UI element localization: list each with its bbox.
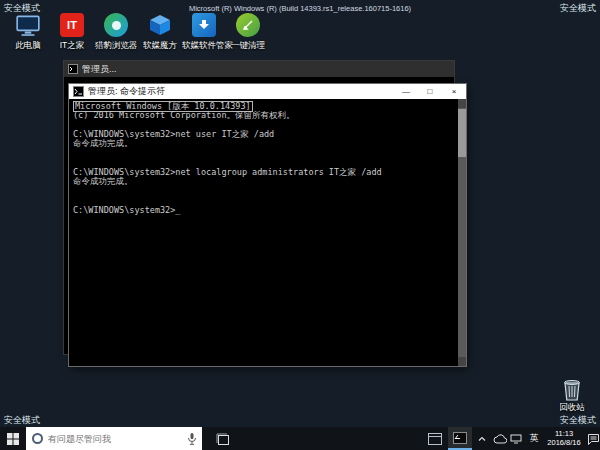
desktop-icon-ruanmei-manager[interactable]: 软媒软件管家 <box>182 12 226 50</box>
task-view-icon <box>216 433 229 445</box>
ithome-badge: IT <box>60 13 84 37</box>
ithome-icon: IT <box>59 12 85 38</box>
safe-mode-label-bottom-left: 安全模式 <box>4 414 40 427</box>
recycle-bin-icon <box>559 376 585 402</box>
scroll-down-icon[interactable] <box>458 357 466 366</box>
clock-date: 2016/8/16 <box>547 439 580 448</box>
cmd-window-title: 管理员: 命令提示符 <box>88 85 394 98</box>
ruanmei-manager-icon <box>191 12 217 38</box>
desktop-icon-liebao-browser[interactable]: 猎豹浏览器 <box>94 12 138 50</box>
icon-label: IT之家 <box>50 41 94 50</box>
ime-language-indicator[interactable]: 英 <box>526 427 542 450</box>
action-center-icon <box>587 433 600 445</box>
taskbar: 英 11:13 2016/8/16 <box>0 427 600 450</box>
search-input[interactable] <box>48 434 166 444</box>
taskbar-clock[interactable]: 11:13 2016/8/16 <box>542 427 586 450</box>
network-icon <box>510 434 522 444</box>
scrollbar-thumb[interactable] <box>458 109 466 157</box>
console-line: (c) 2016 Microsoft Corporation。保留所有权利。 <box>73 111 454 121</box>
windows-logo-icon <box>7 433 19 445</box>
desktop-icon-one-key-clean[interactable]: 一键清理 <box>226 12 270 50</box>
cloud-icon <box>493 434 507 444</box>
console-output[interactable]: Microsoft Windows [版本 10.0.14393] (c) 20… <box>69 99 466 366</box>
console-line: 命令成功完成。 <box>73 139 454 149</box>
tray-network-button[interactable] <box>508 427 524 450</box>
background-window-titlebar[interactable]: 管理员... <box>64 61 454 77</box>
cortana-search-box[interactable] <box>26 427 202 450</box>
task-view-button[interactable] <box>210 427 234 450</box>
desktop-icon-recycle-bin[interactable]: 回收站 <box>552 376 592 412</box>
console-scrollbar[interactable] <box>458 99 466 366</box>
one-key-clean-icon <box>235 12 261 38</box>
command-prompt-window[interactable]: 管理员: 命令提示符 — □ × Microsoft Windows [版本 1… <box>68 83 467 367</box>
ruanmei-mofang-icon <box>147 12 173 38</box>
desktop: 安全模式 安全模式 安全模式 安全模式 Microsoft (R) Window… <box>0 0 600 450</box>
safe-mode-label-top-left: 安全模式 <box>4 2 40 15</box>
safe-mode-label-top-right: 安全模式 <box>560 2 596 15</box>
icon-label: 回收站 <box>552 403 592 412</box>
console-line <box>73 187 454 197</box>
safe-mode-label-bottom-right: 安全模式 <box>560 414 596 427</box>
icon-label: 软媒软件管家 <box>182 41 226 50</box>
console-line <box>73 149 454 159</box>
icon-label: 一键清理 <box>226 41 270 50</box>
maximize-button[interactable]: □ <box>418 84 442 99</box>
tray-cloud-button[interactable] <box>492 427 508 450</box>
close-button[interactable]: × <box>442 84 466 99</box>
chevron-up-icon <box>477 435 487 443</box>
liebao-browser-icon <box>103 12 129 38</box>
desktop-icon-this-pc[interactable]: 此电脑 <box>6 12 50 50</box>
icon-label: 猎豹浏览器 <box>94 41 138 50</box>
icon-label: 此电脑 <box>6 41 50 50</box>
action-center-button[interactable] <box>586 427 600 450</box>
desktop-icon-ithome[interactable]: IT IT之家 <box>50 12 94 50</box>
app-window-icon <box>428 433 442 445</box>
cmd-icon <box>453 432 467 444</box>
cmd-window-icon <box>68 64 78 74</box>
background-window-title: 管理员... <box>82 63 117 76</box>
minimize-button[interactable]: — <box>394 84 418 99</box>
console-line: C:\WINDOWS\system32>_ <box>73 206 454 216</box>
scroll-up-icon[interactable] <box>458 99 466 108</box>
tray-show-hidden-icons-button[interactable] <box>474 427 490 450</box>
taskbar-app-window-button[interactable] <box>424 427 446 450</box>
cmd-titlebar[interactable]: 管理员: 命令提示符 — □ × <box>69 84 466 99</box>
start-button[interactable] <box>0 427 26 450</box>
microphone-icon[interactable] <box>187 432 197 446</box>
this-pc-icon <box>15 12 41 38</box>
console-line: 命令成功完成。 <box>73 177 454 187</box>
desktop-icon-ruanmei-mofang[interactable]: 软媒魔方 <box>138 12 182 50</box>
cortana-icon <box>32 433 43 444</box>
cmd-window-icon <box>73 86 84 97</box>
taskbar-cmd-button[interactable] <box>448 427 472 450</box>
icon-label: 软媒魔方 <box>138 41 182 50</box>
